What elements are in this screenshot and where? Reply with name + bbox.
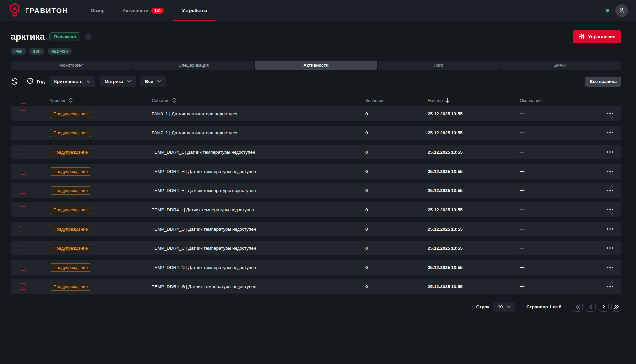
graviton-logo-icon [8,3,21,19]
chevron-left-icon [589,305,592,309]
table-row[interactable]: Предупреждение TEMP_DDR4_N | Датчик темп… [11,260,621,275]
row-actions-button[interactable] [606,112,614,115]
end-date-text: — [520,130,524,135]
table-row[interactable]: Предупреждение FAN7_1 | Датчик вентилято… [11,126,621,140]
severity-dropdown[interactable]: Критичность [49,76,95,87]
row-checkbox[interactable] [20,168,26,175]
severity-badge: Предупреждение [50,186,91,195]
column-header-start[interactable]: Начало [428,98,450,103]
severity-badge: Предупреждение [50,225,91,233]
start-date-text: 25.12.2025 13:55 [428,207,463,212]
column-header-event[interactable]: Событие [152,98,176,103]
event-text: TEMP_DDR4_C | Датчик температуры недосту… [152,246,256,251]
manage-button[interactable]: Управление [573,30,621,43]
row-checkbox[interactable] [20,206,26,213]
refresh-icon [11,78,18,85]
row-actions-button[interactable] [606,266,614,269]
table-row[interactable]: Предупреждение TEMP_DDR4_I | Датчик темп… [11,202,621,217]
column-label: Событие [152,98,170,103]
tab-monitoring[interactable]: Мониторинг [11,61,132,70]
double-chevron-right-icon [614,305,619,309]
row-checkbox[interactable] [20,110,26,117]
nav-item-activities[interactable]: Активности 151 [114,0,173,21]
ellipsis-icon [606,112,614,115]
row-actions-button[interactable] [606,170,614,173]
top-navbar: ГРАВИТОН Обзор Активности 151 Устройства [0,0,636,21]
nav-item-overview[interactable]: Обзор [82,0,114,21]
scope-dropdown[interactable]: Все [140,76,166,87]
ellipsis-icon [606,208,614,211]
event-text: TEMP_DDR4_H | Датчик температуры недосту… [152,169,256,174]
table-row[interactable]: Предупреждение TEMP_DDR4_L | Датчик темп… [11,145,621,159]
manage-button-label: Управление [588,34,615,39]
row-actions-button[interactable] [606,131,614,134]
row-checkbox[interactable] [20,245,26,251]
chevron-down-icon [127,80,131,83]
table-row[interactable]: Предупреждение TEMP_DDR4_C | Датчик темп… [11,241,621,255]
severity-badge: Предупреждение [50,110,91,118]
tab-logs[interactable]: Логи [378,61,499,70]
scope-dropdown-label: Все [145,79,153,84]
severity-badge: Предупреждение [50,263,91,272]
row-actions-button[interactable] [606,247,614,249]
event-text: FAN7_1 | Датчик вентилятора недоступен [152,130,238,135]
period-selector[interactable]: Год [27,78,45,86]
nav-item-label: Устройства [182,8,207,13]
value-text: 0 [365,111,368,116]
event-text: FAN8_1 | Датчик вентилятора недоступен [152,111,238,116]
row-actions-button[interactable] [606,151,614,153]
last-page-button[interactable] [611,302,621,312]
end-date-text: — [520,111,524,116]
nav-item-devices[interactable]: Устройства [173,0,216,21]
row-actions-button[interactable] [606,285,614,288]
value-text: 0 [365,188,368,193]
value-text: 0 [365,150,368,155]
page-title: арктика [11,32,45,42]
event-text: TEMP_DDR4_I | Датчик температуры недосту… [152,207,254,212]
tab-specification[interactable]: Спецификация [133,61,254,70]
event-text: TEMP_DDR4_G | Датчик температуры недосту… [152,284,256,289]
table-row[interactable]: Предупреждение TEMP_DDR4_G | Датчик темп… [11,279,621,294]
table-row[interactable]: Предупреждение TEMP_DDR4_D | Датчик темп… [11,222,621,236]
row-checkbox[interactable] [20,187,26,194]
tag-ssh: SSH [29,48,44,55]
row-checkbox[interactable] [20,264,26,271]
next-page-button[interactable] [599,302,609,312]
user-avatar[interactable] [615,4,628,17]
tab-activities[interactable]: Активности [255,61,377,70]
refresh-button[interactable] [11,78,18,85]
event-text: TEMP_DDR4_D | Датчик температуры недосту… [152,227,256,232]
sort-icon [172,98,176,103]
select-all-checkbox[interactable] [20,97,26,104]
row-actions-button[interactable] [606,228,614,230]
row-checkbox[interactable] [20,283,26,290]
prev-page-button[interactable] [586,302,596,312]
start-date-text: 25.12.2025 13:55 [428,227,463,232]
all-rules-button[interactable]: Все правила [585,77,621,87]
first-page-button[interactable] [573,302,583,312]
row-checkbox[interactable] [20,130,26,136]
row-actions-button[interactable] [606,189,614,192]
row-checkbox[interactable] [20,226,26,232]
column-header-level[interactable]: Уровень [50,98,73,103]
chevron-down-icon [87,80,90,83]
event-text: TEMP_DDR4_E | Датчик температуры недосту… [152,188,256,193]
brand-logo[interactable]: ГРАВИТОН [8,0,68,21]
table-row[interactable]: Предупреждение TEMP_DDR4_H | Датчик темп… [11,164,621,179]
power-status-badge: Включено [49,32,80,41]
start-date-text: 25.12.2025 13:55 [428,169,463,174]
table-row[interactable]: Предупреждение FAN8_1 | Датчик вентилято… [11,106,621,121]
tab-smart[interactable]: SMART [500,61,621,70]
activities-count-badge: 151 [151,8,164,14]
ellipsis-icon [606,285,614,288]
row-checkbox[interactable] [20,149,26,155]
protocol-tags: IPMI SSH REDFISH [11,48,621,55]
double-chevron-left-icon [575,305,580,309]
ellipsis-icon [606,266,614,269]
main-content: арктика Включено Управление IPMI SSH RED… [0,30,636,312]
row-actions-button[interactable] [606,208,614,211]
event-text: TEMP_DDR4_L | Датчик температуры недосту… [152,150,255,155]
table-row[interactable]: Предупреждение TEMP_DDR4_E | Датчик темп… [11,183,621,198]
metric-dropdown[interactable]: Метрика [100,76,136,87]
rows-per-page-select[interactable]: 10 [493,302,515,312]
